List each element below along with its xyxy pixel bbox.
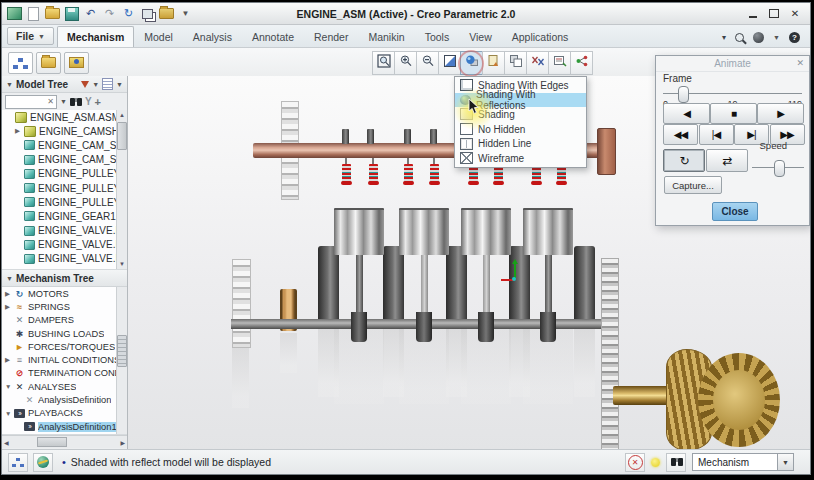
- mech-item-analysisdefinition[interactable]: ✕AnalysisDefinition: [2, 393, 127, 406]
- tab-mechanism[interactable]: Mechanism: [57, 26, 134, 47]
- restore-button[interactable]: [768, 8, 780, 19]
- capture-button[interactable]: Capture...: [664, 176, 722, 194]
- timing-gear-strip[interactable]: [601, 258, 619, 450]
- rod-bearing[interactable]: [351, 312, 367, 342]
- find-icon[interactable]: [70, 98, 75, 106]
- tree-item-engine_cam_sha[interactable]: ENGINE_CAM_SHA: [2, 138, 127, 152]
- mech-item-forces-torques[interactable]: ►FORCES/TORQUES: [2, 340, 127, 353]
- valve-tip[interactable]: [531, 181, 542, 185]
- piston[interactable]: [523, 208, 573, 255]
- menu-item-hidden-line[interactable]: Hidden Line: [455, 136, 586, 151]
- model-tree-scrollbar[interactable]: ▲▼: [116, 110, 127, 269]
- open-icon[interactable]: [45, 7, 60, 21]
- help-icon[interactable]: ?: [789, 32, 800, 43]
- tree-item-engine_pulley1[interactable]: ENGINE_PULLEY1: [2, 181, 127, 195]
- connecting-rod[interactable]: [356, 253, 363, 315]
- menu-item-shading-with-reflections[interactable]: Shading With Reflections: [455, 93, 586, 108]
- cam-lobe[interactable]: [404, 129, 411, 144]
- chevron-down-icon[interactable]: ▼: [773, 34, 780, 41]
- connecting-rod[interactable]: [545, 253, 552, 315]
- animate-panel-titlebar[interactable]: Animate ✕: [656, 56, 809, 72]
- clear-icon[interactable]: ✕: [47, 97, 54, 106]
- mech-item-bushing-loads[interactable]: ✱BUSHING LOADS: [2, 327, 127, 340]
- tree-toggle-button[interactable]: [8, 453, 28, 472]
- stop-button[interactable]: ✕: [625, 453, 645, 472]
- redo-icon[interactable]: ↷: [102, 7, 117, 21]
- tree-filter-icon[interactable]: [81, 81, 89, 88]
- crank-web[interactable]: [574, 246, 595, 319]
- valve-tip[interactable]: [368, 181, 379, 185]
- saved-orientations-button[interactable]: [482, 51, 505, 75]
- close-icon[interactable]: ✕: [796, 58, 804, 68]
- crank-web[interactable]: [446, 246, 467, 319]
- tree-item-engine_valve.pr[interactable]: ENGINE_VALVE.PR: [2, 238, 127, 252]
- tree-horizontal-scrollbar[interactable]: ◀ ▶: [2, 435, 127, 448]
- refit-button[interactable]: [372, 51, 395, 75]
- expand-icon[interactable]: ▼: [5, 410, 14, 417]
- valve-tip[interactable]: [341, 181, 352, 185]
- crown-gear[interactable]: [698, 353, 780, 447]
- crank-web[interactable]: [383, 246, 404, 319]
- expand-icon[interactable]: ▶: [5, 290, 14, 298]
- animate-close-button[interactable]: Close: [712, 202, 758, 221]
- tab-model[interactable]: Model: [134, 26, 183, 47]
- file-menu-button[interactable]: File ▼: [7, 27, 54, 45]
- mech-item-termination-cond[interactable]: ⊘TERMINATION COND: [2, 367, 127, 380]
- rod-bearing[interactable]: [478, 312, 494, 342]
- mode-selector[interactable]: Mechanism ▼: [692, 453, 794, 471]
- valve-tip[interactable]: [429, 181, 440, 185]
- display-style-button[interactable]: [460, 51, 483, 75]
- find-button[interactable]: [666, 453, 686, 472]
- crank-web[interactable]: [318, 246, 339, 319]
- tree-item-engine_pulley1[interactable]: ENGINE_PULLEY1: [2, 195, 127, 209]
- piston[interactable]: [399, 208, 449, 255]
- tab-analysis[interactable]: Analysis: [183, 26, 242, 47]
- view-manager-button[interactable]: [504, 51, 527, 75]
- rod-bearing[interactable]: [416, 312, 432, 342]
- rod-bearing[interactable]: [540, 312, 556, 342]
- windows-icon[interactable]: [140, 7, 155, 21]
- tree-item-engine_valve.pr[interactable]: ENGINE_VALVE.PR: [2, 224, 127, 238]
- play-forward-button[interactable]: ▶: [757, 103, 804, 124]
- tree-item-engine_pulley2[interactable]: ENGINE_PULLEY2: [2, 167, 127, 181]
- tree-item-engine_valve.pr[interactable]: ENGINE_VALVE.PR: [2, 252, 127, 266]
- datum-display-button[interactable]: [526, 51, 549, 75]
- expand-icon[interactable]: ▶: [15, 127, 24, 135]
- valve-spring[interactable]: [369, 164, 378, 182]
- valve-tip[interactable]: [403, 181, 414, 185]
- close-window-icon[interactable]: [159, 7, 174, 21]
- valve-spring[interactable]: [430, 164, 439, 182]
- mech-item-motors[interactable]: ▶↻MOTORS: [2, 287, 127, 300]
- tree-search-input[interactable]: ✕: [5, 95, 57, 109]
- connecting-rod[interactable]: [421, 253, 428, 315]
- play-reverse-button[interactable]: ◀: [663, 103, 710, 124]
- scroll-right-icon[interactable]: ▶: [120, 439, 125, 446]
- tree-item-engine_cam_sha[interactable]: ENGINE_CAM_SHA: [2, 153, 127, 167]
- piston[interactable]: [461, 208, 511, 255]
- folder-browser-tab[interactable]: [36, 52, 61, 74]
- loop-mode-button[interactable]: ↻: [663, 149, 705, 172]
- annotation-display-button[interactable]: [548, 51, 571, 75]
- tab-render[interactable]: Render: [304, 26, 358, 47]
- connecting-rod[interactable]: [483, 253, 490, 315]
- menu-item-no-hidden[interactable]: No Hidden: [455, 122, 586, 137]
- valve-tip[interactable]: [493, 181, 504, 185]
- bounce-mode-button[interactable]: ⇄: [706, 149, 748, 172]
- tree-item-engine_gear1.p[interactable]: ENGINE_GEAR1.P: [2, 209, 127, 223]
- gear-shaft[interactable]: [613, 386, 671, 405]
- tab-manikin[interactable]: Manikin: [358, 26, 414, 47]
- collapse-icon[interactable]: ▼: [6, 275, 13, 282]
- customize-icon[interactable]: ▼: [178, 7, 193, 21]
- tree-item-engine_asm.asm[interactable]: ENGINE_ASM.ASM: [2, 110, 127, 124]
- mechanism-tree-scrollbar[interactable]: [116, 287, 127, 434]
- zoom-in-button[interactable]: [394, 51, 417, 75]
- chevron-down-icon[interactable]: ▼: [60, 98, 67, 105]
- valve-spring[interactable]: [404, 164, 413, 182]
- scrollbar-thumb[interactable]: [117, 122, 127, 150]
- tab-annotate[interactable]: Annotate: [242, 26, 304, 47]
- minimize-button[interactable]: [747, 8, 759, 19]
- regenerate-icon[interactable]: ↻: [121, 7, 136, 21]
- browser-toggle-button[interactable]: [33, 453, 53, 472]
- menu-item-wireframe[interactable]: Wireframe: [455, 151, 586, 166]
- valve-tip[interactable]: [556, 181, 567, 185]
